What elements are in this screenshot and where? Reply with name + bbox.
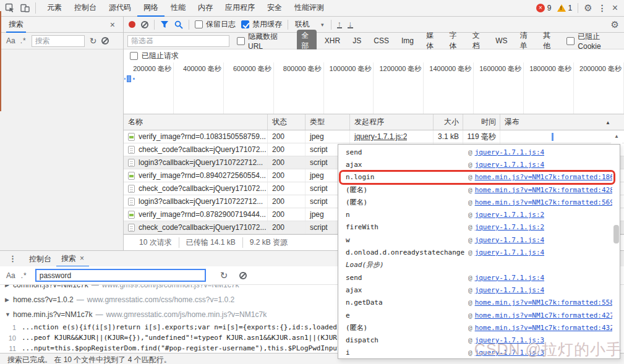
main-tab[interactable]: 应用程序 [219,0,261,17]
stack-frame-row[interactable]: (匿名) @home.min.js?v=NM1c7k:formatted:432… [338,321,620,334]
export-har-icon[interactable]: ↓ [348,20,353,28]
more-options-icon[interactable]: ⋮ [598,3,607,13]
stack-frame-row[interactable]: (匿名) @home.min.js?v=NM1c7k:formatted:428… [338,184,620,196]
drawer-menu-icon[interactable]: ⋮ [0,254,24,263]
stack-frame-row[interactable]: fireWith @jquery-1.7.1.js:2 [338,221,620,234]
stack-frame-row[interactable]: e @home.min.js?v=NM1c7k:formatted:4273 [338,309,620,321]
close-devtools-icon[interactable]: × [612,2,618,14]
preserve-log-checkbox[interactable]: 保留日志 [195,19,236,30]
frame-source-link[interactable]: jquery-1.7.1.js:4 [475,286,545,294]
hide-data-urls-checkbox[interactable]: 隐藏数据 URL [237,32,289,51]
stack-frame-row[interactable]: n @jquery-1.7.1.js:2 [338,208,620,221]
scrollbar-up-icon[interactable]: ▲ [614,133,619,139]
resource-type-filter[interactable]: WS [491,36,511,46]
main-tab[interactable]: 源代码 [103,0,137,17]
frame-source-link[interactable]: jquery-1.7.1.js:4 [475,248,545,256]
frame-source-link[interactable]: jquery-1.7.1.js:4 [475,236,545,244]
frame-source-link[interactable]: jquery-1.7.1.js:4 [475,161,545,169]
match-case-toggle[interactable]: Aa [6,36,15,45]
initiator-link[interactable]: jquery-1.7.1.js:2 [354,132,407,141]
stack-frame-row[interactable]: d.onload.d.onreadystatechange @jquery-1.… [338,246,620,258]
frame-source-link[interactable]: home.min.js?v=NM1c7k:formatted:4273 [475,311,612,320]
sort-ascending-icon[interactable]: ▲ [605,120,610,125]
clear-network-log-icon[interactable] [141,21,148,28]
blocked-cookies-checkbox[interactable]: 已阻止 Cookie [566,32,620,51]
resource-type-filter[interactable]: XHR [320,36,344,46]
main-tab[interactable]: 安全 [261,0,288,17]
tab-network-search[interactable]: 搜索 [6,17,26,33]
warning-badge[interactable]: 1 [557,4,573,12]
import-har-icon[interactable]: ↑ [337,20,343,28]
global-search-input[interactable] [35,269,206,282]
refresh-search-icon[interactable]: ↻ [220,270,228,281]
settings-gear-icon[interactable]: ⚙ [584,2,592,14]
inspect-element-icon[interactable] [5,3,15,13]
clear-search-icon[interactable] [101,37,109,44]
main-tab[interactable]: 性能评测 [288,0,330,17]
close-icon[interactable]: × [80,251,84,266]
resource-type-filter[interactable]: Img [397,36,418,46]
stack-frame-row[interactable]: ajax @jquery-1.7.1.js:4 [338,284,620,296]
column-header-name[interactable]: 名称 [124,114,267,130]
device-toolbar-icon[interactable] [20,3,30,13]
column-header-size[interactable]: 大小 [433,114,463,130]
network-overview-timeline[interactable]: 200000 毫秒400000 毫秒600000 毫秒800000 毫秒1000… [124,62,624,114]
expand-caret-icon[interactable]: ▶ [5,285,13,288]
network-search-input[interactable] [32,35,85,47]
resource-type-filter[interactable]: JS [348,36,365,46]
clear-search-icon[interactable] [239,272,247,279]
main-tab[interactable]: 内存 [192,0,219,17]
stack-frame-row[interactable]: (匿名) @home.min.js?v=NM1c7k:formatted:569 [338,196,620,208]
frame-source-link[interactable]: jquery-1.7.1.js:2 [475,211,545,219]
error-badge[interactable]: 9 [536,4,552,12]
resource-type-filter[interactable]: 清单 [515,30,534,52]
disable-cache-checkbox[interactable]: 禁用缓存 [241,19,282,30]
regex-toggle[interactable]: .* [20,36,27,45]
close-search-pane-icon[interactable]: × [110,20,115,30]
frame-source-link[interactable]: home.min.js?v=NM1c7k:formatted:569 [475,198,612,206]
network-search-icon[interactable] [174,20,183,29]
blocked-requests-checkbox[interactable]: 已阻止请求 [124,49,624,62]
pane-divider[interactable] [123,17,124,250]
popup-scrollbar-thumb[interactable] [613,225,619,243]
frame-source-link[interactable]: jquery-1.7.1.js:4 [475,274,545,282]
resource-type-filter[interactable]: 全部 [297,30,316,52]
stack-frame-row[interactable]: send @jquery-1.7.1.js:4 [338,271,620,284]
main-tab[interactable]: 网络 [137,0,165,17]
frame-source-link[interactable]: home.min.js?v=NM1c7k:formatted:4289 [475,186,612,194]
refresh-search-icon[interactable]: ↻ [90,36,97,46]
expand-caret-icon[interactable]: ▼ [5,311,13,318]
stack-frame-row[interactable]: Load(异步) @ [338,259,620,271]
frame-source-link[interactable]: jquery-1.7.1.js:2 [475,223,545,231]
column-header-type[interactable]: 类型 [305,114,349,130]
network-settings-gear-icon[interactable]: ⚙ [611,19,619,30]
frame-source-link[interactable]: jquery-1.7.1.js:4 [475,148,545,156]
drawer-tab[interactable]: 搜索 × [56,251,89,267]
stack-frame-row[interactable]: w @jquery-1.7.1.js:4 [338,234,620,246]
resource-type-filter[interactable]: 其他 [539,30,558,52]
main-tab[interactable]: 性能 [165,0,192,17]
resource-type-filter[interactable]: CSS [369,36,393,46]
column-header-status[interactable]: 状态 [267,114,305,130]
expand-caret-icon[interactable]: ▶ [5,297,13,303]
resource-type-filter[interactable]: 文档 [468,30,487,52]
filter-funnel-icon[interactable] [160,20,169,28]
main-tab[interactable]: 元素 [41,0,68,17]
stack-frame-row[interactable]: n.getData @home.min.js?v=NM1c7k:formatte… [338,297,620,309]
stack-frame-row[interactable]: n.login @home.min.js?v=NM1c7k:formatted:… [338,171,620,184]
column-header-initiator[interactable]: 发起程序 [349,114,433,130]
stack-frame-row[interactable]: send @jquery-1.7.1.js:4 [338,146,620,158]
frame-source-link[interactable]: home.min.js?v=NM1c7k:formatted:186 [475,173,612,181]
filter-input[interactable] [127,35,229,47]
throttling-select[interactable]: 联机 ▾ [294,19,325,30]
column-header-time[interactable]: 时间 [463,114,500,130]
regex-toggle[interactable]: .* [21,271,27,280]
frame-source-link[interactable]: home.min.js?v=NM1c7k:formatted:4328 [475,324,612,332]
stack-frame-row[interactable]: ajax @jquery-1.7.1.js:4 [338,158,620,171]
table-scrollbar[interactable]: ▲ [611,130,622,144]
resource-type-filter[interactable]: 媒体 [422,30,441,52]
table-row[interactable]: verify_image?rnd=0.1083150558759... 200 … [124,130,624,143]
drawer-tab[interactable]: 控制台 × [24,251,56,267]
resource-type-filter[interactable]: 字体 [445,30,464,52]
frame-source-link[interactable]: home.min.js?v=NM1c7k:formatted:558 [475,298,612,307]
